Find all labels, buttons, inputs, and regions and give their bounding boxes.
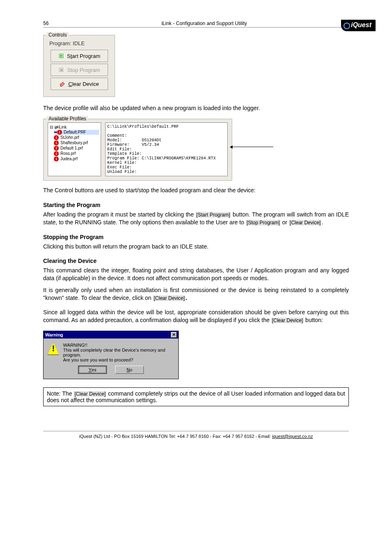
dialog-titlebar: Warning ✕ — [44, 331, 178, 339]
available-profiles-groupbox: Available Profiles ⊟ 🖳 iLink ➡iDefault.P… — [43, 119, 232, 181]
paragraph-stopping: Clicking this button will return the pro… — [43, 243, 349, 251]
heading-clearing: Clearing the Device — [43, 258, 349, 264]
callout-arrow — [232, 147, 273, 147]
footer-email-link[interactable]: iquest@iquest.co.nz — [272, 434, 313, 439]
tree-item[interactable]: iRoss.prf — [54, 151, 99, 156]
stop-program-button: Stop Program — [51, 64, 108, 76]
controls-groupbox: Controls Program: IDLE Start Program Sto… — [43, 35, 115, 97]
warning-dialog: Warning ✕ ! WARNING!! This will complete… — [43, 331, 179, 379]
clear-device-button[interactable]: Clear Device — [51, 78, 108, 90]
close-icon[interactable]: ✕ — [171, 332, 177, 338]
paragraph-clearing-1: This command clears the integer, floatin… — [43, 267, 349, 282]
start-program-label: [Start Program] — [196, 212, 231, 218]
tree-root[interactable]: ⊟ 🖳 iLink — [50, 125, 99, 129]
note-box: Note: The [Clear Device] command complet… — [43, 387, 349, 406]
warning-icon: ! — [48, 343, 59, 355]
play-icon — [58, 53, 65, 59]
profile-detail-text: C:\iLink\Profiles\Default.PRF Comment: M… — [105, 122, 228, 176]
eraser-icon — [59, 81, 66, 87]
page-footer: iQuest (NZ) Ltd - PO Box 15169 HAMILTON … — [43, 431, 349, 439]
page-header: 56 iLink - Configuration and Support Uti… — [43, 21, 349, 28]
info-icon: i — [54, 157, 59, 161]
tree-item[interactable]: iDefault 1.prf — [54, 146, 99, 151]
profiles-tree[interactable]: ⊟ 🖳 iLink ➡iDefault.PRF iStJohn.prf iSha… — [48, 122, 101, 176]
tree-item[interactable]: iJudea.prf — [54, 157, 99, 161]
tree-item[interactable]: iStJohn.prf — [54, 135, 99, 140]
paragraph-profile-update: The device profile will also be updated … — [43, 104, 349, 112]
stop-icon — [58, 67, 65, 73]
heading-starting: Starting the Program — [43, 202, 349, 208]
paragraph-controls-intro: The Control buttons are used to start/st… — [43, 187, 349, 194]
header-title: iLink - Configuration and Support Utilit… — [60, 21, 349, 26]
info-icon: i — [54, 146, 59, 151]
clear-device-label: [Clear Device] — [74, 391, 106, 397]
brand-logo: iQuest — [341, 20, 376, 31]
heading-stopping: Stopping the Program — [43, 234, 349, 240]
yes-button[interactable]: Yes — [78, 366, 107, 374]
controls-legend: Controls — [47, 32, 69, 38]
clear-device-label: [Clear Device] — [271, 318, 304, 323]
paragraph-starting: After loading the program it must be sta… — [43, 211, 349, 226]
page-number: 56 — [43, 21, 60, 26]
stop-program-label: [Stop Program] — [246, 220, 281, 226]
info-icon: i — [54, 135, 59, 140]
info-icon: i — [54, 140, 59, 145]
warning-message: WARNING!! This will completely clear the… — [63, 343, 174, 362]
profiles-legend: Available Profiles — [47, 116, 88, 122]
tree-item[interactable]: iShaftesbury.prf — [54, 140, 99, 145]
clear-device-label: [Clear Device] — [153, 295, 185, 301]
start-program-button[interactable]: Start Program — [51, 50, 108, 62]
clear-device-label: [Clear Device] — [289, 220, 321, 226]
tree-item[interactable]: ➡iDefault.PRF — [54, 130, 99, 135]
info-icon: i — [57, 130, 62, 135]
program-status: Program: IDLE — [49, 40, 111, 46]
paragraph-clearing-3: Since all logged data within the device … — [43, 309, 349, 324]
paragraph-clearing-2: It is generally only used when an instal… — [43, 286, 349, 302]
info-icon: i — [54, 151, 59, 156]
no-button[interactable]: No — [115, 366, 144, 374]
